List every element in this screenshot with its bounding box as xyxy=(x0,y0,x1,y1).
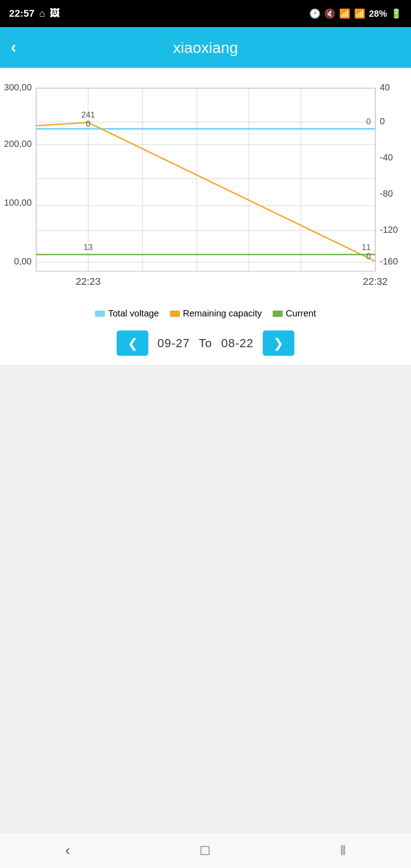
remaining-capacity-line xyxy=(36,123,375,261)
y-axis-right-neg120: -120 xyxy=(380,225,398,235)
annotation-13: 13 xyxy=(84,243,93,252)
chart-svg: 300,00 200,00 100,00 0,00 40 0 -40 -80 -… xyxy=(5,77,406,298)
y-axis-label-0: 0,00 xyxy=(14,256,32,266)
y-axis-right-neg40: -40 xyxy=(380,152,393,162)
annotation-0-bottom-right: 0 xyxy=(366,252,371,261)
signal-icon: 📶 xyxy=(354,8,365,19)
main-content xyxy=(0,365,411,862)
wifi-icon: 📶 xyxy=(339,8,350,19)
nav-home-button[interactable]: □ xyxy=(187,837,223,863)
status-bar: 22:57 ⌂ 🖼 🕐 🔇 📶 📶 28% 🔋 xyxy=(0,0,411,27)
legend-current: Current xyxy=(273,308,316,319)
x-axis-label-end: 22:32 xyxy=(363,276,387,287)
nav-recents-button[interactable]: ⦀ xyxy=(326,837,359,863)
x-axis-label-start: 22:23 xyxy=(76,276,100,287)
bottom-nav: ‹ □ ⦀ xyxy=(0,832,411,868)
nav-date-from: 09-27 xyxy=(157,336,190,350)
annotation-11: 11 xyxy=(362,243,371,252)
alarm-icon: 🕐 xyxy=(309,8,321,19)
legend-label-remaining-capacity: Remaining capacity xyxy=(183,308,262,319)
battery-text: 28% xyxy=(369,9,387,19)
mute-icon: 🔇 xyxy=(324,8,335,19)
page-title: xiaoxiang xyxy=(33,39,378,57)
annotation-241: 241 xyxy=(81,110,95,119)
y-axis-right-0: 0 xyxy=(380,116,385,126)
status-right: 🕐 🔇 📶 📶 28% 🔋 xyxy=(309,8,402,19)
legend-color-current xyxy=(273,311,283,317)
y-axis-label-200: 200,00 xyxy=(5,139,32,149)
next-icon: ❯ xyxy=(273,336,283,351)
legend-label-total-voltage: Total voltage xyxy=(108,308,159,319)
nav-back-button[interactable]: ‹ xyxy=(52,837,84,863)
battery-icon: 🔋 xyxy=(391,8,402,19)
y-axis-right-40: 40 xyxy=(380,82,390,92)
app-bar: ‹ xiaoxiang xyxy=(0,27,411,68)
annotation-0-right: 0 xyxy=(366,117,371,126)
legend-total-voltage: Total voltage xyxy=(95,308,159,319)
legend-color-total-voltage xyxy=(95,311,105,317)
annotation-0-left: 0 xyxy=(86,119,90,128)
status-time: 22:57 xyxy=(9,8,34,19)
y-axis-right-neg80: -80 xyxy=(380,189,393,198)
legend-remaining-capacity: Remaining capacity xyxy=(170,308,262,319)
image-icon: 🖼 xyxy=(50,8,60,19)
chart-container: 300,00 200,00 100,00 0,00 40 0 -40 -80 -… xyxy=(0,68,411,303)
y-axis-right-neg160: -160 xyxy=(380,256,398,266)
nav-separator: To xyxy=(199,336,212,350)
navigation-row: ❮ 09-27 To 08-22 ❯ xyxy=(0,326,411,365)
y-axis-label-100: 100,00 xyxy=(5,198,32,208)
status-left: 22:57 ⌂ 🖼 xyxy=(9,8,60,19)
home-icon: ⌂ xyxy=(39,8,45,19)
next-button[interactable]: ❯ xyxy=(263,330,294,356)
back-button[interactable]: ‹ xyxy=(11,38,33,57)
legend-label-current: Current xyxy=(286,308,316,319)
prev-icon: ❮ xyxy=(128,336,138,351)
nav-date-to: 08-22 xyxy=(221,336,254,350)
legend: Total voltage Remaining capacity Current xyxy=(0,303,411,326)
legend-color-remaining-capacity xyxy=(170,311,180,317)
prev-button[interactable]: ❮ xyxy=(117,330,148,356)
y-axis-label-300: 300,00 xyxy=(5,82,32,92)
